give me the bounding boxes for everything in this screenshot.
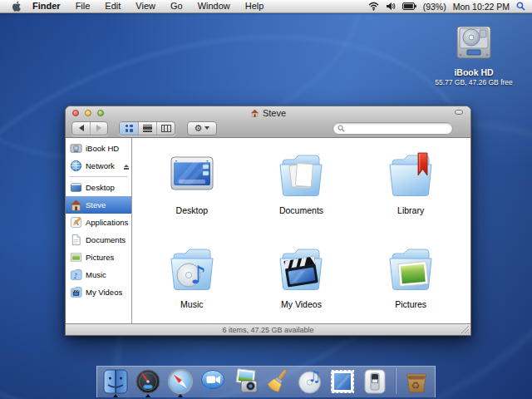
sidebar-label: Pictures	[86, 253, 114, 262]
status-text: 6 items, 47.25 GB available	[222, 326, 313, 334]
network-globe-icon	[70, 160, 82, 172]
menu-item-go[interactable]: Go	[163, 0, 190, 12]
gear-icon: ⚙	[195, 124, 203, 133]
sidebar-item-desktop[interactable]: Desktop	[66, 179, 131, 196]
spotlight-icon[interactable]	[516, 2, 525, 11]
sidebar-label: Network	[86, 161, 115, 170]
window-titlebar[interactable]: Steve ⚙	[66, 106, 470, 138]
chevron-down-icon	[204, 126, 209, 132]
dock-item-dashboard[interactable]	[134, 367, 163, 396]
pictures-folder-icon	[384, 242, 437, 295]
apple-menu-icon[interactable]	[12, 1, 22, 12]
search-field[interactable]	[332, 122, 453, 135]
folder-grid: Desktop Documents	[132, 138, 470, 323]
folder-music[interactable]: ♪ Music	[137, 242, 247, 329]
volume-icon[interactable]	[386, 2, 396, 11]
folder-label: Library	[397, 205, 424, 215]
mail-stamp-icon	[328, 367, 357, 396]
folder-label: Music	[180, 299, 203, 309]
dock-item-sweeper[interactable]	[264, 367, 293, 396]
sidebar-label: Applications	[86, 218, 128, 227]
sidebar-item-documents[interactable]: Documents	[66, 231, 131, 249]
applications-icon: A	[70, 216, 82, 229]
sidebar-label: Documents	[86, 235, 126, 244]
pictures-icon	[70, 251, 82, 264]
menu-bar-status-area: (93%) Mon 10:22 PM	[368, 2, 532, 12]
dock-item-trash[interactable]: ♻	[401, 367, 431, 396]
folder-label: My Videos	[281, 299, 322, 309]
menu-item-window[interactable]: Window	[190, 0, 238, 12]
resize-grip[interactable]	[461, 325, 470, 334]
svg-text:♪: ♪	[190, 260, 206, 289]
window-title: Steve	[66, 107, 470, 118]
icon-view-button[interactable]	[120, 122, 138, 135]
videos-folder-icon	[274, 242, 328, 295]
dock-item-mail[interactable]	[328, 367, 357, 396]
folder-label: Documents	[279, 205, 323, 215]
image-capture-icon	[231, 367, 259, 396]
menu-item-help[interactable]: Help	[238, 0, 272, 12]
desktop-folder-icon	[165, 148, 219, 201]
document-icon	[70, 234, 82, 246]
folder-library[interactable]: Library	[356, 148, 466, 235]
sidebar-item-steve[interactable]: Steve	[66, 196, 131, 214]
eject-icon[interactable]	[124, 162, 129, 170]
hard-drive-icon	[70, 142, 82, 155]
home-icon	[70, 199, 82, 211]
sidebar-item-music[interactable]: ♪ Music	[66, 266, 131, 283]
running-indicator	[178, 392, 183, 397]
action-menu-button[interactable]: ⚙	[187, 121, 217, 135]
dock-item-finder[interactable]	[101, 367, 131, 396]
menu-item-view[interactable]: View	[128, 0, 163, 12]
svg-text:♻: ♻	[411, 380, 420, 392]
folder-documents[interactable]: Documents	[247, 148, 357, 235]
folder-pictures[interactable]: Pictures	[356, 242, 466, 329]
dock-item-itunes[interactable]: ♫	[295, 367, 324, 396]
dock-item-ichat[interactable]	[199, 367, 228, 396]
sidebar-label: My Videos	[86, 288, 122, 297]
status-bar: 6 items, 47.25 GB available	[66, 323, 470, 335]
wifi-icon[interactable]	[368, 2, 379, 11]
ichat-icon	[199, 367, 227, 396]
desktop-disk-ibook-hd[interactable]: iBook HD 55.77 GB, 47.26 GB free	[417, 25, 530, 86]
dock-item-safari[interactable]	[166, 367, 195, 396]
sidebar-item-applications[interactable]: A Applications	[66, 214, 131, 231]
toolbar-toggle-button[interactable]	[455, 110, 463, 115]
window-title-text: Steve	[263, 108, 286, 118]
forward-button[interactable]	[90, 122, 107, 135]
search-input[interactable]	[347, 124, 443, 132]
sidebar-item-pictures[interactable]: Pictures	[66, 249, 131, 266]
sidebar-item-network[interactable]: Network	[66, 157, 131, 175]
disk-label: iBook HD	[417, 67, 530, 77]
trash-bag-icon: ♻	[402, 367, 431, 396]
menu-item-file[interactable]: File	[68, 0, 98, 12]
column-view-button[interactable]	[156, 122, 175, 135]
sidebar-item-ibook-hd[interactable]: iBook HD	[66, 140, 131, 157]
folder-label: Desktop	[176, 205, 209, 215]
sidebar-label: iBook HD	[86, 144, 119, 153]
folder-my-videos[interactable]: My Videos	[247, 242, 357, 329]
nav-buttons	[71, 121, 108, 135]
folder-label: Pictures	[395, 299, 426, 309]
list-view-button[interactable]	[138, 122, 156, 135]
svg-text:♪: ♪	[73, 272, 78, 280]
battery-icon[interactable]	[402, 2, 416, 10]
dock-item-switcher[interactable]	[360, 367, 389, 396]
window-body: iBook HD Network Desktop Steve A Applica…	[66, 138, 470, 323]
folder-desktop[interactable]: Desktop	[137, 148, 247, 235]
view-switcher	[119, 121, 175, 135]
menu-item-finder[interactable]: Finder	[32, 0, 68, 12]
menu-bar-clock[interactable]: Mon 10:22 PM	[453, 2, 510, 12]
back-button[interactable]	[72, 122, 90, 135]
sidebar-separator	[69, 176, 128, 177]
search-icon	[337, 125, 345, 132]
sidebar-label: Music	[86, 270, 106, 279]
home-icon	[250, 109, 259, 117]
dock-item-image-capture[interactable]	[231, 367, 260, 396]
videos-folder-icon	[70, 286, 82, 298]
dock: ♫ ♻	[96, 366, 436, 397]
desktop-icon	[70, 181, 82, 194]
sidebar-item-my-videos[interactable]: My Videos	[66, 283, 131, 301]
menu-bar: Finder File Edit View Go Window Help (93…	[0, 0, 532, 13]
menu-item-edit[interactable]: Edit	[97, 0, 128, 12]
